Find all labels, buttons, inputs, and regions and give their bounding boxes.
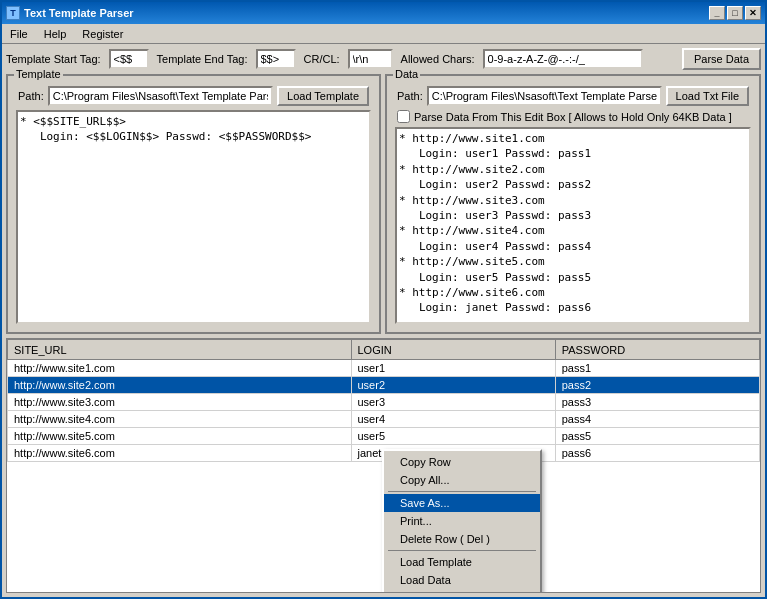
parse-data-button[interactable]: Parse Data (682, 48, 761, 70)
table-cell: pass3 (555, 394, 759, 411)
table-row[interactable]: http://www.site1.comuser1pass1 (8, 360, 760, 377)
table-cell: pass6 (555, 445, 759, 462)
title-buttons: _ □ ✕ (709, 6, 761, 20)
table-cell: http://www.site1.com (8, 360, 352, 377)
end-tag-input[interactable] (256, 49, 296, 69)
ctx-item-print[interactable]: Print... (384, 512, 540, 530)
table-cell: http://www.site4.com (8, 411, 352, 428)
table-cell: user5 (351, 428, 555, 445)
results-table: SITE_URL LOGIN PASSWORD http://www.site1… (7, 339, 760, 462)
template-path-input[interactable] (48, 86, 273, 106)
table-cell: user1 (351, 360, 555, 377)
table-cell: http://www.site3.com (8, 394, 352, 411)
end-tag-label: Template End Tag: (157, 53, 248, 65)
template-panel: Template Path: Load Template * <$$SITE_U… (6, 74, 381, 334)
menu-bar: File Help Register (2, 24, 765, 44)
ctx-item-copy-all[interactable]: Copy All... (384, 471, 540, 489)
results-table-section: SITE_URL LOGIN PASSWORD http://www.site1… (6, 338, 761, 593)
ctx-item-load-data[interactable]: Load Data (384, 571, 540, 589)
table-cell: pass1 (555, 360, 759, 377)
crcl-input[interactable] (348, 49, 393, 69)
col-site-url: SITE_URL (8, 340, 352, 360)
data-textarea[interactable]: * http://www.site1.com Login: user1 Pass… (395, 127, 751, 324)
load-txt-button[interactable]: Load Txt File (666, 86, 749, 106)
panels-row: Template Path: Load Template * <$$SITE_U… (6, 74, 761, 334)
table-cell: user3 (351, 394, 555, 411)
template-path-row: Path: Load Template (12, 82, 375, 108)
table-cell: user2 (351, 377, 555, 394)
template-textarea[interactable]: * <$$SITE_URL$$> Login: <$$LOGIN$$> Pass… (16, 110, 371, 324)
ctx-item-load-template[interactable]: Load Template (384, 553, 540, 571)
ctx-separator (388, 491, 536, 492)
main-content: Template Start Tag: Template End Tag: CR… (2, 44, 765, 597)
menu-file[interactable]: File (2, 26, 36, 42)
load-template-button[interactable]: Load Template (277, 86, 369, 106)
ctx-item-copy-row[interactable]: Copy Row (384, 453, 540, 471)
allowed-label: Allowed Chars: (401, 53, 475, 65)
top-row: Template Start Tag: Template End Tag: CR… (6, 48, 761, 70)
data-path-label: Path: (397, 90, 423, 102)
table-row[interactable]: http://www.site3.comuser3pass3 (8, 394, 760, 411)
data-path-input[interactable] (427, 86, 662, 106)
main-window: T Text Template Parser _ □ ✕ File Help R… (0, 0, 767, 599)
crcl-label: CR/CL: (304, 53, 340, 65)
app-icon: T (6, 6, 20, 20)
parse-checkbox-row: Parse Data From This Edit Box [ Allows t… (391, 108, 755, 125)
ctx-item-close[interactable]: Close... (384, 589, 540, 593)
table-cell: http://www.site2.com (8, 377, 352, 394)
table-cell: http://www.site6.com (8, 445, 352, 462)
context-menu: Copy RowCopy All...Save As...Print...Del… (382, 449, 542, 593)
window-title: Text Template Parser (24, 7, 134, 19)
template-legend: Template (14, 68, 63, 80)
table-cell: pass4 (555, 411, 759, 428)
table-header-row: SITE_URL LOGIN PASSWORD (8, 340, 760, 360)
col-password: PASSWORD (555, 340, 759, 360)
table-row[interactable]: http://www.site2.comuser2pass2 (8, 377, 760, 394)
table-cell: user4 (351, 411, 555, 428)
maximize-button[interactable]: □ (727, 6, 743, 20)
parse-checkbox[interactable] (397, 110, 410, 123)
start-tag-input[interactable] (109, 49, 149, 69)
ctx-item-delete-row[interactable]: Delete Row ( Del ) (384, 530, 540, 548)
start-tag-label: Template Start Tag: (6, 53, 101, 65)
menu-help[interactable]: Help (36, 26, 75, 42)
template-path-label: Path: (18, 90, 44, 102)
data-legend: Data (393, 68, 420, 80)
ctx-separator (388, 550, 536, 551)
title-bar: T Text Template Parser _ □ ✕ (2, 2, 765, 24)
menu-register[interactable]: Register (74, 26, 131, 42)
allowed-input[interactable] (483, 49, 643, 69)
data-path-row: Path: Load Txt File (391, 82, 755, 108)
close-button[interactable]: ✕ (745, 6, 761, 20)
table-cell: http://www.site5.com (8, 428, 352, 445)
table-cell: pass5 (555, 428, 759, 445)
table-row[interactable]: http://www.site4.comuser4pass4 (8, 411, 760, 428)
title-bar-left: T Text Template Parser (6, 6, 134, 20)
col-login: LOGIN (351, 340, 555, 360)
ctx-item-save-as[interactable]: Save As... (384, 494, 540, 512)
table-row[interactable]: http://www.site5.comuser5pass5 (8, 428, 760, 445)
table-cell: pass2 (555, 377, 759, 394)
parse-checkbox-label: Parse Data From This Edit Box [ Allows t… (414, 111, 732, 123)
minimize-button[interactable]: _ (709, 6, 725, 20)
data-panel: Data Path: Load Txt File Parse Data From… (385, 74, 761, 334)
